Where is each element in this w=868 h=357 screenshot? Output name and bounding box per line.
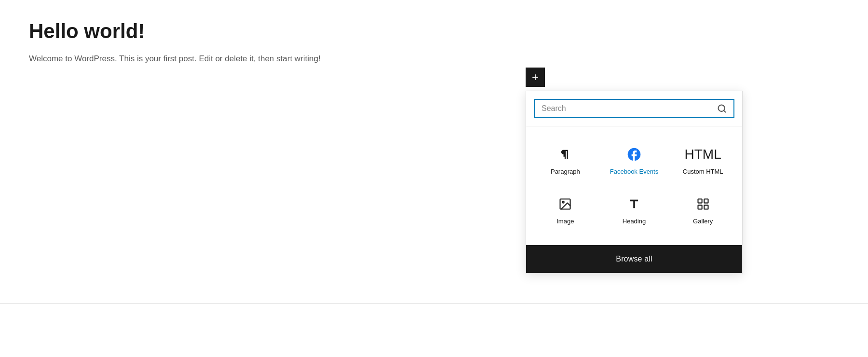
- gallery-icon: [696, 195, 710, 213]
- heading-icon: [627, 195, 641, 213]
- block-item-paragraph[interactable]: Paragraph: [531, 136, 600, 186]
- post-title: Hello world!: [29, 19, 482, 43]
- search-input[interactable]: [542, 104, 717, 113]
- block-grid: Paragraph Facebook Events HTML Custom HT…: [526, 126, 742, 245]
- block-item-facebook-events[interactable]: Facebook Events: [600, 136, 669, 186]
- custom-html-icon: HTML: [685, 146, 721, 163]
- svg-point-3: [562, 201, 564, 203]
- svg-rect-7: [698, 205, 702, 209]
- post-body: Welcome to WordPress. This is your first…: [29, 52, 482, 65]
- separator-line: [0, 303, 868, 304]
- block-item-gallery[interactable]: Gallery: [668, 186, 737, 235]
- svg-rect-5: [704, 199, 708, 203]
- insert-block-button[interactable]: +: [526, 68, 545, 87]
- block-inserter-panel: Paragraph Facebook Events HTML Custom HT…: [526, 91, 743, 274]
- block-item-custom-html[interactable]: HTML Custom HTML: [668, 136, 737, 186]
- search-icon: [717, 104, 727, 113]
- facebook-icon: [626, 146, 642, 163]
- block-label-heading: Heading: [623, 218, 646, 226]
- svg-rect-6: [704, 205, 708, 209]
- browse-all-label: Browse all: [616, 255, 652, 263]
- svg-rect-4: [698, 199, 702, 203]
- search-button[interactable]: [717, 104, 727, 113]
- svg-line-1: [724, 110, 726, 112]
- block-item-image[interactable]: Image: [531, 186, 600, 235]
- search-area: [526, 91, 742, 126]
- block-label-custom-html: Custom HTML: [683, 168, 723, 176]
- paragraph-icon: [558, 146, 572, 163]
- block-label-image: Image: [556, 218, 574, 226]
- search-container: [534, 99, 734, 118]
- post-content: Hello world! Welcome to WordPress. This …: [0, 0, 511, 85]
- image-icon: [558, 195, 572, 213]
- block-label-gallery: Gallery: [693, 218, 713, 226]
- block-label-paragraph: Paragraph: [551, 168, 580, 176]
- block-item-heading[interactable]: Heading: [600, 186, 669, 235]
- plus-icon: +: [532, 71, 539, 83]
- block-label-facebook-events: Facebook Events: [610, 168, 658, 176]
- browse-all-button[interactable]: Browse all: [526, 245, 742, 273]
